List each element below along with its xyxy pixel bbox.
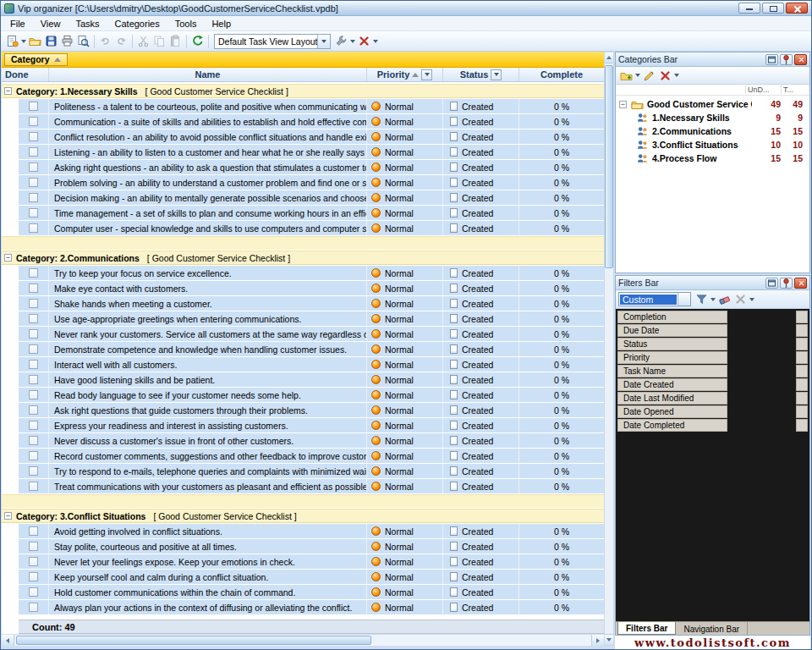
done-checkbox[interactable] — [29, 557, 38, 566]
category-group-row[interactable]: −Category: 1.Necessary Skills[ Good Cust… — [2, 84, 604, 98]
done-checkbox[interactable] — [29, 466, 38, 476]
scroll-left-button[interactable] — [2, 635, 14, 646]
tree-column-total[interactable]: T... — [781, 85, 806, 94]
categories-bar-window-button[interactable] — [765, 54, 778, 65]
done-checkbox[interactable] — [29, 390, 38, 399]
task-row[interactable]: Ask right questions that guide customers… — [19, 403, 604, 417]
task-row[interactable]: Try to respond to e-mails, telephone que… — [19, 464, 604, 478]
new-category-dropdown[interactable] — [634, 69, 641, 82]
filter-label[interactable]: Date Opened — [617, 405, 727, 418]
tree-item[interactable]: 1.Necessary Skills99 — [616, 111, 809, 124]
categories-bar-close-button[interactable] — [794, 54, 807, 65]
menu-tasks[interactable]: Tasks — [68, 17, 107, 30]
column-header-complete[interactable]: Complete — [519, 68, 604, 81]
minimize-button[interactable] — [738, 3, 760, 14]
task-row[interactable]: Hold customer communications within the … — [19, 585, 604, 599]
tab-navigation-bar[interactable]: Navigation Bar — [676, 622, 748, 635]
done-checkbox[interactable] — [29, 162, 38, 172]
save-icon[interactable] — [43, 33, 59, 49]
filter-dropdown-button[interactable] — [796, 338, 808, 350]
filters-bar-window-button[interactable] — [765, 278, 778, 289]
done-checkbox[interactable] — [29, 329, 38, 339]
column-header-name[interactable]: Name — [49, 68, 367, 81]
task-row[interactable]: Stay polite, courteous and positive at a… — [19, 539, 604, 554]
done-checkbox[interactable] — [29, 587, 38, 597]
task-row[interactable]: Decision making - an ability to mentally… — [19, 190, 604, 205]
filter-dropdown-button[interactable] — [796, 419, 808, 432]
filter-label[interactable]: Date Last Modified — [617, 392, 727, 405]
tree-item[interactable]: −Good Customer Service Checkl4949 — [616, 97, 809, 111]
status-filter-button[interactable] — [491, 69, 502, 80]
horizontal-scroll-thumb[interactable] — [16, 636, 371, 645]
filter-preset-dropdown[interactable] — [678, 293, 690, 306]
task-row[interactable]: Shake hands when meeting a customer.Norm… — [19, 296, 604, 311]
task-row[interactable]: Interact well with all customers.NormalC… — [19, 357, 604, 372]
menu-view[interactable]: View — [33, 17, 69, 30]
done-checkbox[interactable] — [29, 102, 38, 111]
done-checkbox[interactable] — [29, 132, 38, 141]
done-checkbox[interactable] — [29, 314, 38, 323]
edit-category-icon[interactable] — [641, 68, 657, 84]
column-header-done[interactable]: Done — [2, 68, 49, 81]
scroll-down-button[interactable] — [605, 634, 613, 645]
done-checkbox[interactable] — [29, 299, 38, 308]
filter-dropdown-button[interactable] — [796, 311, 808, 323]
task-row[interactable]: Asking right questions - an ability to a… — [19, 160, 604, 174]
task-row[interactable]: Express your readiness and interest in a… — [19, 418, 604, 432]
clear-filter-icon[interactable] — [716, 291, 732, 307]
close-button[interactable] — [786, 3, 808, 14]
layout-combo[interactable]: Default Task View Layout — [214, 34, 331, 49]
tree-item[interactable]: 3.Conflict Situations1010 — [616, 138, 809, 151]
done-checkbox[interactable] — [29, 375, 38, 384]
undo-icon[interactable] — [97, 33, 113, 49]
done-checkbox[interactable] — [29, 268, 38, 278]
open-icon[interactable] — [27, 33, 43, 49]
group-by-category-chip[interactable]: Category — [4, 53, 68, 66]
redo-icon[interactable] — [113, 33, 129, 49]
done-checkbox[interactable] — [29, 572, 38, 581]
print-icon[interactable] — [59, 33, 75, 49]
paste-icon[interactable] — [167, 33, 184, 49]
done-checkbox[interactable] — [29, 344, 38, 354]
done-checkbox[interactable] — [29, 421, 38, 430]
menu-categories[interactable]: Categories — [107, 17, 167, 30]
filter-dropdown-button[interactable] — [796, 324, 808, 337]
category-group-row[interactable]: −Category: 2.Communications[ Good Custom… — [2, 251, 604, 265]
task-row[interactable]: Read body language to see if your custom… — [19, 388, 604, 402]
filter-dropdown-button[interactable] — [796, 405, 808, 418]
task-row[interactable]: Try to keep your focus on service excell… — [19, 266, 604, 280]
done-checkbox[interactable] — [29, 451, 38, 460]
done-checkbox[interactable] — [29, 526, 38, 536]
filter-preset-combo[interactable]: Custom — [618, 292, 691, 306]
task-row[interactable]: Time management - a set of skills to pla… — [19, 206, 604, 220]
filter-dropdown-button[interactable] — [796, 351, 808, 364]
done-checkbox[interactable] — [29, 193, 38, 202]
task-row[interactable]: Never rank your customers. Service all c… — [19, 327, 604, 341]
menu-tools[interactable]: Tools — [167, 17, 205, 30]
print-preview-icon[interactable] — [75, 33, 91, 49]
task-row[interactable]: Record customer comments, suggestions an… — [19, 449, 604, 463]
collapse-icon[interactable]: − — [4, 512, 12, 520]
filters-bar-close-button[interactable] — [794, 278, 807, 289]
task-row[interactable]: Use age-appropriate greetings when enter… — [19, 311, 604, 326]
done-checkbox[interactable] — [29, 147, 38, 157]
task-row[interactable]: Have good listening skills and be patien… — [19, 372, 604, 387]
task-row[interactable]: Politeness - a talent to be courteous, p… — [19, 99, 604, 113]
filter-label[interactable]: Due Date — [617, 324, 727, 337]
apply-filter-icon[interactable] — [694, 291, 710, 307]
refresh-icon[interactable] — [189, 33, 206, 49]
done-checkbox[interactable] — [29, 223, 38, 233]
done-checkbox[interactable] — [29, 603, 38, 612]
done-checkbox[interactable] — [29, 405, 38, 415]
scroll-up-button[interactable] — [605, 52, 613, 63]
menu-file[interactable]: File — [3, 17, 33, 30]
filter-label[interactable]: Date Created — [617, 378, 727, 391]
tree-item[interactable]: 2.Communications1515 — [616, 124, 809, 138]
task-row[interactable]: Treat communications with your customers… — [19, 479, 604, 493]
task-row[interactable]: Problem solving - an ability to understa… — [19, 175, 604, 190]
tree-item[interactable]: 4.Process Flow1515 — [616, 151, 809, 165]
done-checkbox[interactable] — [29, 436, 38, 445]
column-header-status[interactable]: Status — [443, 68, 519, 81]
task-row[interactable]: Make eye contact with customers.NormalCr… — [19, 281, 604, 295]
filters-bar-pin-button[interactable] — [780, 278, 793, 289]
